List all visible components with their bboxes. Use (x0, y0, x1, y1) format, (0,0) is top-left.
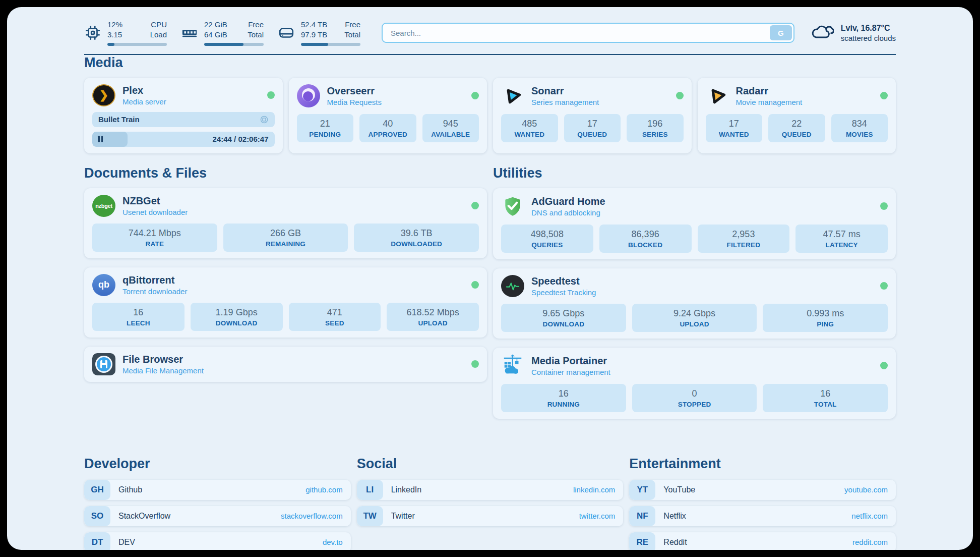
stat-label: DOWNLOAD (194, 319, 280, 327)
search-engine-button[interactable]: G (770, 25, 792, 40)
stat-value: 22 (771, 119, 822, 129)
cpu-widget: 12% CPU 3.15 Load (84, 20, 167, 46)
app-card-portainer[interactable]: Media Portainer Container management 16 … (493, 348, 896, 419)
link-url[interactable]: dev.to (323, 538, 343, 546)
now-playing-row: Bullet Train (92, 112, 275, 127)
stat-value: 0.993 ms (766, 308, 885, 319)
link-badge: GH (84, 480, 110, 500)
link-badge: TW (357, 506, 383, 526)
link-name: Twitter (391, 512, 415, 521)
stat-tile: 22 QUEUED (768, 114, 825, 142)
app-description: Media Requests (327, 98, 382, 106)
status-dot (880, 202, 888, 210)
stat-tile: 17 QUEUED (564, 114, 621, 142)
status-dot (471, 92, 479, 99)
stat-label: DOWNLOADED (357, 240, 476, 248)
stat-value: 86,396 (602, 229, 689, 240)
topbar: 12% CPU 3.15 Load 22 GiB Free 64 GiB (84, 7, 896, 46)
cpu-progress-bar (107, 43, 167, 46)
link-name: Netflix (663, 512, 686, 521)
playback-time: 24:44 / 02:06:47 (213, 135, 269, 143)
app-card-overseerr[interactable]: Overseerr Media Requests 21 PENDING 40 A… (289, 78, 487, 153)
social-column: Social LI LinkedIn linkedin.com TW Twitt… (357, 456, 624, 550)
app-card-radarr[interactable]: Radarr Movie management 17 WANTED 22 QUE… (698, 78, 896, 153)
weather-location-temp: Lviv, 16.87°C (841, 24, 896, 33)
link-row-github[interactable]: GH Github github.com (84, 480, 351, 500)
app-card-qbittorrent[interactable]: qb qBittorrent Torrent downloader 16 LEE… (84, 267, 487, 338)
ram-free: 22 GiB (204, 20, 229, 30)
stat-tile: 39.6 TB DOWNLOADED (354, 224, 479, 252)
link-url[interactable]: linkedin.com (573, 485, 615, 494)
section-title-media: Media (84, 55, 896, 71)
stat-label: PING (766, 320, 885, 328)
stat-label: AVAILABLE (425, 131, 476, 138)
media-grid: ❯ Plex Media server Bullet Train 24:44 (84, 78, 896, 153)
link-url[interactable]: twitter.com (579, 512, 616, 520)
app-card-filebrowser[interactable]: File Browser Media File Management (84, 347, 487, 382)
stat-value: 0 (635, 388, 754, 399)
nzbget-icon: nzbget (92, 195, 115, 217)
stat-tile: 16 TOTAL (763, 384, 888, 412)
link-url[interactable]: netflix.com (851, 512, 888, 520)
stat-value: 471 (292, 307, 378, 318)
stat-label: APPROVED (362, 131, 413, 138)
link-url[interactable]: github.com (305, 485, 342, 494)
stat-value: 945 (425, 119, 476, 129)
link-row-netflix[interactable]: NF Netflix netflix.com (629, 506, 896, 526)
playback-progress-bar: 24:44 / 02:06:47 (92, 132, 275, 147)
link-url[interactable]: stackoverflow.com (281, 512, 343, 520)
now-playing-settings-icon[interactable] (260, 115, 269, 124)
link-row-stackoverflow[interactable]: SO StackOverflow stackoverflow.com (84, 506, 351, 526)
app-title: Speedtest (531, 275, 596, 287)
stat-value: 744.21 Mbps (95, 228, 214, 239)
app-card-nzbget[interactable]: nzbget NZBGet Usenet downloader 744.21 M… (84, 188, 487, 258)
app-title: Media Portainer (531, 355, 610, 367)
ram-label-1: Free (246, 20, 264, 30)
stat-tile: 945 AVAILABLE (422, 114, 479, 142)
link-url[interactable]: youtube.com (844, 485, 888, 494)
app-card-plex[interactable]: ❯ Plex Media server Bullet Train 24:44 (84, 78, 283, 153)
section-title-social: Social (357, 456, 624, 472)
cpu-label-2: Load (145, 30, 167, 40)
stat-label: QUERIES (504, 241, 590, 249)
link-row-dev[interactable]: DT DEV dev.to (84, 532, 351, 550)
developer-column: Developer GH Github github.com SO StackO… (84, 456, 351, 550)
stat-label: WANTED (504, 131, 555, 138)
stat-label: REMAINING (226, 240, 345, 248)
status-dot (880, 92, 888, 99)
app-card-speedtest[interactable]: Speedtest Speedtest Tracking 9.65 Gbps D… (493, 268, 896, 339)
app-title: Overseerr (327, 85, 382, 97)
sonarr-icon (501, 84, 524, 107)
stat-value: 17 (709, 119, 760, 129)
stat-value: 9.24 Gbps (635, 308, 754, 319)
stat-tile: 266 GB REMAINING (223, 224, 348, 252)
link-row-linkedin[interactable]: LI LinkedIn linkedin.com (357, 480, 624, 500)
link-row-reddit[interactable]: RE Reddit reddit.com (629, 532, 896, 550)
app-card-adguard[interactable]: AdGuard Home DNS and adblocking 498,508 … (493, 188, 896, 259)
app-description: DNS and adblocking (531, 208, 605, 217)
stat-value: 498,508 (504, 229, 590, 240)
app-card-sonarr[interactable]: Sonarr Series management 485 WANTED 17 Q… (493, 78, 692, 153)
cpu-load-avg: 3.15 (107, 30, 128, 40)
disk-total: 97.9 TB (301, 30, 327, 40)
stat-value: 40 (362, 119, 413, 129)
stat-tile: 86,396 BLOCKED (599, 225, 692, 253)
ram-label-2: Total (246, 30, 264, 40)
link-url[interactable]: reddit.com (852, 538, 888, 546)
link-badge: DT (84, 532, 110, 550)
stat-tile: 2,953 FILTERED (698, 225, 790, 253)
stat-label: MOVIES (834, 131, 885, 138)
search-input[interactable] (382, 23, 794, 43)
link-row-youtube[interactable]: YT YouTube youtube.com (629, 480, 896, 500)
app-title: NZBGet (122, 195, 188, 207)
disk-widget: 52.4 TB Free 97.9 TB Total (278, 20, 360, 46)
search-bar: G (382, 23, 794, 43)
stat-tile: 47.57 ms LATENCY (795, 225, 888, 253)
radarr-icon (706, 84, 729, 107)
link-row-twitter[interactable]: TW Twitter twitter.com (357, 506, 624, 526)
stat-tile: 21 PENDING (297, 114, 354, 142)
stat-value: 618.52 Mbps (390, 307, 476, 318)
stat-value: 834 (834, 119, 885, 129)
pause-icon[interactable] (98, 136, 103, 142)
app-description: Speedtest Tracking (531, 288, 596, 297)
